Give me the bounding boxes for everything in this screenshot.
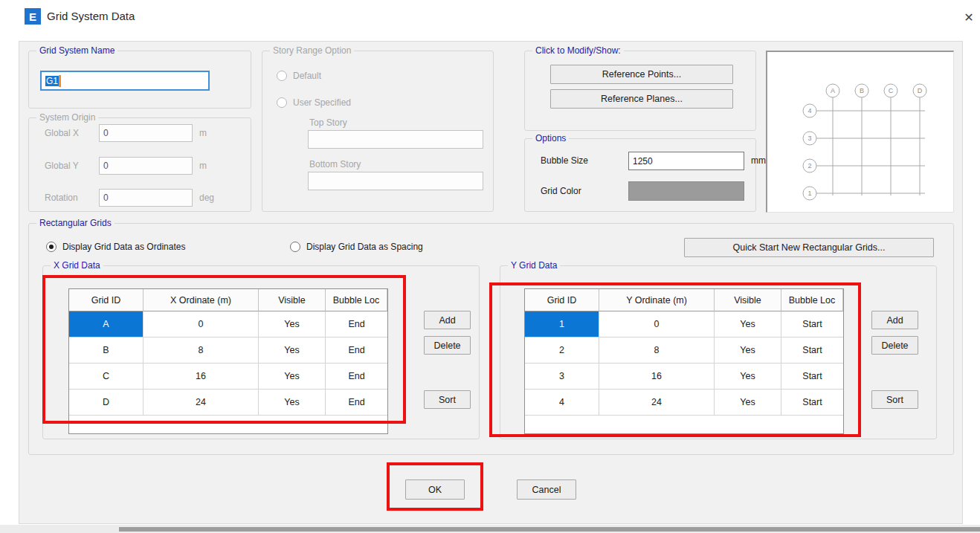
column-header[interactable]: Visible [259,289,326,311]
table-cell[interactable]: Yes [715,390,781,416]
table-cell[interactable]: Yes [715,337,781,364]
table-cell[interactable]: 0 [599,311,715,337]
table-cell[interactable]: C [69,364,144,390]
table-cell[interactable]: Yes [259,364,326,390]
global-x-label: Global X [45,128,79,138]
table-cell[interactable]: Start [781,337,843,364]
x-add-button[interactable]: Add [424,311,471,329]
reference-planes-button[interactable]: Reference Planes... [550,89,733,109]
global-x-unit: m [199,128,207,138]
bubble-size-unit: mm [751,155,766,166]
table-cell[interactable]: 16 [144,364,259,390]
table-cell[interactable]: B [69,337,144,364]
group-label: Grid System Name [36,45,117,56]
table-cell[interactable]: 8 [144,337,259,364]
table-cell[interactable]: Start [781,311,843,337]
table-cell[interactable]: Start [781,390,843,416]
table-cell[interactable]: 24 [144,390,259,416]
table-cell[interactable]: Yes [259,311,326,337]
table-cell[interactable]: 0 [144,311,259,337]
table-row: A0YesEnd [69,311,387,337]
global-y-unit: m [199,161,207,171]
column-header[interactable]: Y Ordinate (m) [599,289,715,311]
table-cell[interactable]: 24 [599,390,715,416]
radio-icon [46,242,57,252]
y-sort-button[interactable]: Sort [871,390,918,409]
table-row: 10YesStart [525,311,843,337]
radio-display-spacing[interactable]: Display Grid Data as Spacing [290,242,423,252]
y-grid-table[interactable]: Grid IDY Ordinate (m)VisibleBubble Loc10… [524,288,844,434]
radio-label: Default [293,71,321,81]
column-header[interactable]: Grid ID [525,289,599,311]
table-cell[interactable]: End [326,390,387,416]
table-header-row: Grid IDX Ordinate (m)VisibleBubble Loc [69,289,387,311]
table-cell[interactable]: 16 [599,364,715,390]
radio-default[interactable]: Default [277,71,321,81]
radio-icon [290,242,300,252]
preview-row-label: 1 [807,190,811,197]
reference-points-button[interactable]: Reference Points... [550,65,733,84]
cancel-button[interactable]: Cancel [517,479,576,500]
table-cell[interactable]: End [326,337,387,364]
table-cell[interactable]: Yes [259,337,326,364]
preview-row-label: 2 [807,162,811,169]
table-cell[interactable]: D [69,390,144,416]
global-x-input[interactable]: 0 [99,124,193,142]
radio-display-ordinates[interactable]: Display Grid Data as Ordinates [46,242,185,252]
table-cell[interactable]: 8 [599,337,715,364]
bottom-story-input[interactable] [308,172,483,190]
column-header[interactable]: Bubble Loc [781,289,843,311]
rotation-input[interactable]: 0 [99,189,193,207]
grid-preview-panel: A B C D 4 3 2 1 [766,51,954,213]
rotation-label: Rotation [45,193,78,203]
quick-start-button[interactable]: Quick Start New Rectangular Grids... [684,238,934,257]
grid-color-swatch[interactable] [628,181,744,201]
table-row: B8YesEnd [69,337,387,364]
group-label: Click to Modify/Show: [532,45,624,56]
table-cell[interactable]: Yes [259,390,326,416]
rotation-unit: deg [199,193,214,203]
table-row: 424YesStart [525,390,843,416]
y-delete-button[interactable]: Delete [871,336,918,355]
group-label: Rectangular Grids [36,218,115,228]
table-cell[interactable]: 4 [525,390,599,416]
table-cell[interactable]: End [326,364,387,390]
close-icon[interactable]: ✕ [959,8,979,26]
table-cell[interactable]: 2 [525,337,599,364]
column-header[interactable]: Grid ID [69,289,144,311]
table-cell[interactable]: Yes [715,364,781,390]
radio-user-specified[interactable]: User Specified [277,97,351,108]
text-caret [59,75,61,87]
preview-col-label: A [831,87,835,94]
top-story-input[interactable] [308,130,483,149]
radio-label: Display Grid Data as Ordinates [62,242,185,252]
table-cell[interactable]: End [326,311,387,337]
selected-cell[interactable]: 1 [525,311,599,337]
window-title: Grid System Data [47,10,135,22]
x-grid-table[interactable]: Grid IDX Ordinate (m)VisibleBubble LocA0… [68,288,388,434]
x-sort-button[interactable]: Sort [424,390,471,409]
group-label: X Grid Data [51,260,103,271]
bubble-size-label: Bubble Size [541,155,588,166]
preview-col-label: C [889,87,894,94]
grid-system-name-input[interactable]: G1 [40,71,210,91]
selected-cell[interactable]: A [69,311,144,337]
ok-button[interactable]: OK [405,479,465,500]
column-header[interactable]: Visible [715,289,781,311]
global-y-input[interactable]: 0 [99,157,193,175]
title-bar: E Grid System Data ✕ [0,0,980,33]
table-row: 28YesStart [525,337,843,364]
bubble-size-input[interactable]: 1250 [628,152,744,170]
radio-label: Display Grid Data as Spacing [306,242,423,252]
table-row: C16YesEnd [69,364,387,390]
table-cell[interactable]: Yes [715,311,781,337]
y-add-button[interactable]: Add [871,311,918,329]
table-cell[interactable]: Start [781,364,843,390]
table-row: D24YesEnd [69,390,387,416]
group-label: Options [532,133,569,143]
table-cell[interactable]: 3 [525,364,599,390]
x-delete-button[interactable]: Delete [424,336,471,355]
column-header[interactable]: X Ordinate (m) [144,289,259,311]
column-header[interactable]: Bubble Loc [326,289,387,311]
background-window-bar [119,527,980,532]
